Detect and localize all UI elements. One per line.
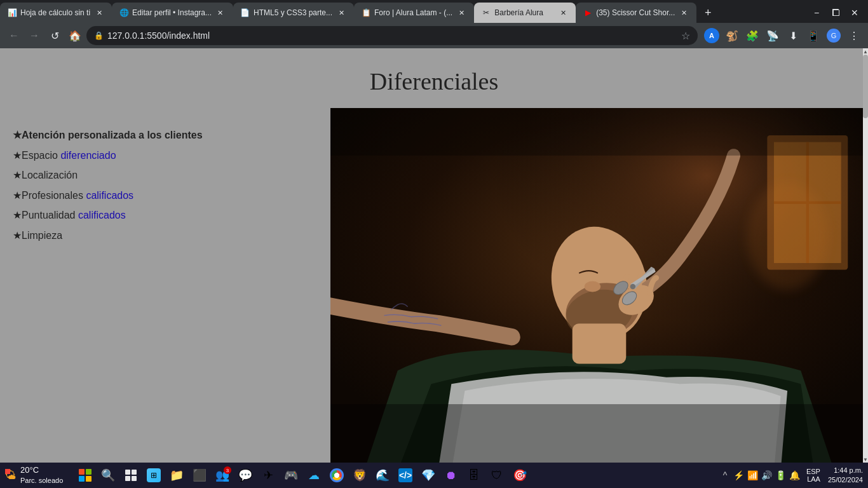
diff-espacio: Espacio: [22, 150, 60, 161]
tab-instagram-close[interactable]: ✕: [215, 8, 226, 18]
taskbar-edge[interactable]: 🌊: [372, 465, 393, 485]
scroll-up-arrow[interactable]: ▲: [863, 48, 868, 55]
tray-battery[interactable]: 🔋: [775, 469, 787, 482]
tab-foro-title: Foro | Alura Latam - (...: [374, 8, 452, 17]
diff-calificados2: calificados: [78, 210, 126, 220]
tab-youtube-close[interactable]: ✕: [679, 8, 689, 18]
tab-spreadsheet[interactable]: 📊 Hoja de cálculo sin ti ✕: [0, 3, 112, 23]
taskbar-whatsapp[interactable]: 💬: [235, 465, 255, 485]
tab-spreadsheet-close[interactable]: ✕: [94, 8, 104, 18]
page-content: Diferenciales ★Atención personalizada a …: [0, 48, 868, 463]
extension-tampermonkey[interactable]: 🐒: [723, 27, 741, 44]
taskbar-heidisql[interactable]: 🗄: [464, 465, 484, 485]
scrollbar-track[interactable]: ▲ ▼: [863, 48, 868, 463]
diff-localizacion: Localización: [22, 170, 78, 180]
diff-star-5: ★: [13, 210, 22, 220]
diff-star-1: ★: [13, 130, 22, 140]
tray-bell[interactable]: 🔔: [789, 469, 801, 482]
barber-image: [330, 108, 868, 463]
extension-puzzle[interactable]: 🧩: [743, 27, 761, 44]
restore-button[interactable]: ⧠: [827, 4, 844, 21]
mobile-button[interactable]: 📱: [804, 27, 822, 44]
scroll-down-arrow[interactable]: ▼: [863, 456, 868, 463]
svg-rect-16: [330, 404, 868, 463]
tab-instagram[interactable]: 🌐 Editar perfil • Instagra... ✕: [112, 3, 233, 23]
taskbar-terminal[interactable]: ⬛: [189, 465, 210, 485]
vscode-icon: </>: [398, 468, 412, 482]
tab-actions: − ⧠ ✕: [808, 3, 868, 23]
diff-star-4: ★: [13, 190, 22, 201]
weather-temp: 20°C: [20, 465, 65, 476]
start-button[interactable]: [75, 465, 95, 485]
minimize-button[interactable]: −: [808, 4, 825, 21]
tab-barberia-close[interactable]: ✕: [558, 8, 568, 18]
content-layout: ★Atención personalizada a los clientes ★…: [0, 108, 868, 463]
widgets-button[interactable]: ⊞: [144, 465, 164, 485]
new-tab-button[interactable]: +: [699, 4, 717, 22]
taskbar-another-app[interactable]: 🛡: [487, 465, 507, 485]
svg-rect-17: [330, 108, 868, 156]
lock-icon: 🔒: [94, 31, 104, 40]
language-indicator: ESP LAA: [806, 468, 820, 483]
windows-logo: [79, 469, 92, 482]
diff-item-2: ★Espacio diferenciado: [13, 147, 318, 164]
notification-icon[interactable]: 🌤: [5, 469, 17, 482]
tab-barberia-title: Barbería Alura: [494, 8, 554, 17]
clock-time: 1:44 p.m.: [834, 466, 863, 475]
bookmark-star-icon[interactable]: ☆: [681, 30, 690, 42]
taskbar-discord[interactable]: 🎮: [281, 465, 301, 485]
browser-chrome: 📊 Hoja de cálculo sin ti ✕ 🌐 Editar perf…: [0, 0, 868, 48]
taskbar-extra[interactable]: 🎯: [510, 465, 530, 485]
reload-button[interactable]: ↺: [46, 27, 64, 44]
tab-html5[interactable]: 📄 HTML5 y CSS3 parte... ✕: [233, 3, 354, 23]
taskbar-clock[interactable]: 1:44 p.m. 25/02/2024: [828, 466, 863, 485]
taskbar-brave[interactable]: 🦁: [349, 465, 370, 485]
diff-star-2: ★: [13, 150, 22, 161]
scrollbar-thumb[interactable]: [863, 55, 868, 118]
taskbar-teams[interactable]: 👥 3: [212, 465, 233, 485]
taskbar-chrome[interactable]: [327, 465, 347, 485]
teams-badge: 3: [224, 466, 231, 474]
extension-cast[interactable]: 📡: [764, 27, 782, 44]
diff-puntualidad: Puntualidad: [22, 210, 78, 220]
tray-volume[interactable]: 🔊: [761, 469, 773, 482]
weather-desc: Parc. soleado: [20, 476, 65, 485]
account-icon: G: [827, 29, 841, 43]
svg-rect-18: [125, 470, 130, 475]
svg-point-10: [585, 281, 600, 292]
taskbar-explorer[interactable]: 📁: [166, 465, 187, 485]
menu-button[interactable]: ⋮: [845, 27, 863, 44]
profile-avatar: A: [704, 28, 719, 43]
tab-youtube-title: (35) Scissor Cut Shor...: [596, 8, 675, 17]
taskbar-vscode[interactable]: </>: [395, 465, 416, 485]
forward-button[interactable]: →: [25, 27, 43, 44]
download-button[interactable]: ⬇: [784, 27, 802, 44]
address-bar[interactable]: 🔒 127.0.0.1:5500/index.html ☆: [86, 26, 698, 45]
back-button[interactable]: ←: [5, 27, 23, 44]
diff-star-6: ★: [13, 230, 22, 241]
profile-button[interactable]: A: [703, 27, 721, 44]
tray-wifi[interactable]: 📶: [747, 469, 759, 482]
tab-barberia[interactable]: ✂ Barbería Alura ✕: [474, 3, 576, 23]
tab-foro[interactable]: 📋 Foro | Alura Latam - (... ✕: [354, 3, 474, 23]
task-view-button[interactable]: [121, 465, 141, 485]
tab-html5-close[interactable]: ✕: [336, 8, 346, 18]
tab-spreadsheet-icon: 📊: [8, 8, 17, 17]
tab-foro-close[interactable]: ✕: [456, 8, 466, 18]
taskbar-obsidian[interactable]: 💎: [418, 465, 438, 485]
tray-expand[interactable]: ^: [719, 469, 731, 482]
taskbar-obs[interactable]: ⏺: [441, 465, 461, 485]
tab-youtube-icon: ▶: [583, 8, 592, 17]
tab-youtube[interactable]: ▶ (35) Scissor Cut Shor... ✕: [576, 3, 696, 23]
tray-icons: ^ ⚡ 📶 🔊 🔋 🔔: [719, 469, 801, 482]
profile-circle[interactable]: G: [825, 27, 843, 44]
diff-item-3: ★Localización: [13, 167, 318, 184]
chrome-icon: [330, 468, 344, 482]
close-browser-button[interactable]: ✕: [846, 4, 863, 21]
home-button[interactable]: 🏠: [66, 27, 84, 44]
search-button[interactable]: 🔍: [98, 465, 118, 485]
taskbar-telegram[interactable]: ✈: [258, 465, 278, 485]
tab-barberia-icon: ✂: [482, 8, 491, 17]
tray-notification[interactable]: ⚡: [733, 469, 745, 482]
taskbar-onedrive[interactable]: ☁: [304, 465, 324, 485]
